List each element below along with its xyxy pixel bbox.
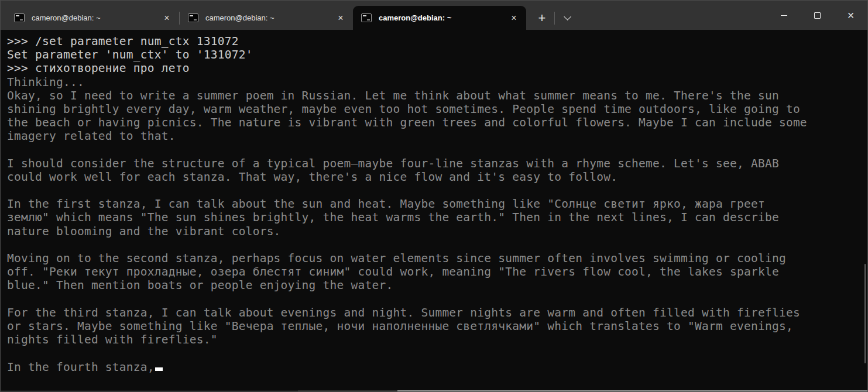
terminal-line [7, 293, 867, 306]
close-window-button[interactable]: × [834, 1, 867, 30]
tab-bar: cameron@debian: ~ × cameron@debian: ~ × … [6, 1, 577, 30]
terminal-line [7, 143, 867, 157]
terminal-line: nature blooming and the vibrant colors. [7, 225, 867, 238]
terminal-line: imagery related to that. [7, 129, 867, 143]
tab-1[interactable]: cameron@debian: ~ × [6, 6, 179, 30]
terminal-icon [361, 13, 372, 22]
tab-3-active[interactable]: cameron@debian: ~ × [353, 6, 526, 30]
terminal-line: Thinking... [7, 75, 867, 89]
minimize-button[interactable] [767, 1, 801, 30]
maximize-button[interactable] [801, 1, 834, 30]
chevron-down-icon [564, 13, 571, 20]
terminal-line [7, 184, 867, 197]
scrollbar-thumb[interactable] [864, 264, 866, 363]
close-tab-icon[interactable]: × [333, 11, 348, 26]
terminal-line: For the third stanza, I can talk about e… [7, 306, 867, 319]
terminal-line: Okay, so I need to write a summer poem i… [7, 89, 867, 102]
taskbar-sliver-segment [298, 390, 397, 391]
new-tab-button[interactable]: + [530, 6, 554, 30]
tab-dropdown-button[interactable] [555, 6, 577, 30]
taskbar-sliver-segment [1, 390, 298, 391]
close-tab-icon[interactable]: × [159, 11, 174, 26]
terminal-line: землю" which means "The sun shines brigh… [7, 211, 867, 224]
terminal-line: nights filled with fireflies." [7, 333, 867, 346]
terminal-line: could work well for each stanza. That wa… [7, 170, 867, 184]
terminal-line: >>> стихотворение про лето [7, 61, 867, 75]
taskbar-sliver-segment [397, 390, 867, 391]
terminal-line [7, 346, 867, 360]
terminal-line [7, 238, 867, 252]
tab-title: cameron@debian: ~ [205, 13, 333, 22]
terminal-line: In the fourth stanza, [7, 360, 867, 374]
tab-title: cameron@debian: ~ [32, 13, 159, 22]
terminal-icon [14, 13, 25, 22]
terminal-line: blue." Then mention boats or people enjo… [7, 278, 867, 292]
window-controls: × [767, 1, 867, 30]
terminal-line: shining brightly every day, warm weather… [7, 102, 867, 116]
terminal-line: I should consider the structure of a typ… [7, 157, 867, 170]
maximize-icon [814, 12, 821, 19]
minimize-icon [781, 15, 787, 16]
terminal-line: off. "Реки текут прохладные, озера блест… [7, 265, 867, 278]
tab-2[interactable]: cameron@debian: ~ × [180, 6, 353, 30]
terminal-line: the beach or having picnics. The nature … [7, 116, 867, 129]
taskbar-sliver [1, 390, 867, 391]
terminal-line: >>> /set parameter num_ctx 131072 [7, 35, 867, 48]
terminal-line: In the first stanza, I can talk about th… [7, 197, 867, 211]
terminal-icon [188, 13, 198, 22]
titlebar-drag-region[interactable] [577, 1, 767, 30]
close-icon: × [848, 9, 855, 21]
tab-title: cameron@debian: ~ [379, 13, 506, 22]
terminal-line: or stars. Maybe something like "Вечера т… [7, 319, 867, 333]
close-tab-icon[interactable]: × [506, 11, 522, 26]
terminal-line: Moving on to the second stanza, perhaps … [7, 252, 867, 265]
terminal-window: cameron@debian: ~ × cameron@debian: ~ × … [0, 0, 868, 392]
terminal-output[interactable]: >>> /set parameter num_ctx 131072Set par… [1, 30, 867, 391]
terminal-line: Set parameter 'num_ctx' to '131072' [7, 48, 867, 61]
text-cursor [155, 367, 163, 371]
titlebar: cameron@debian: ~ × cameron@debian: ~ × … [1, 1, 867, 30]
